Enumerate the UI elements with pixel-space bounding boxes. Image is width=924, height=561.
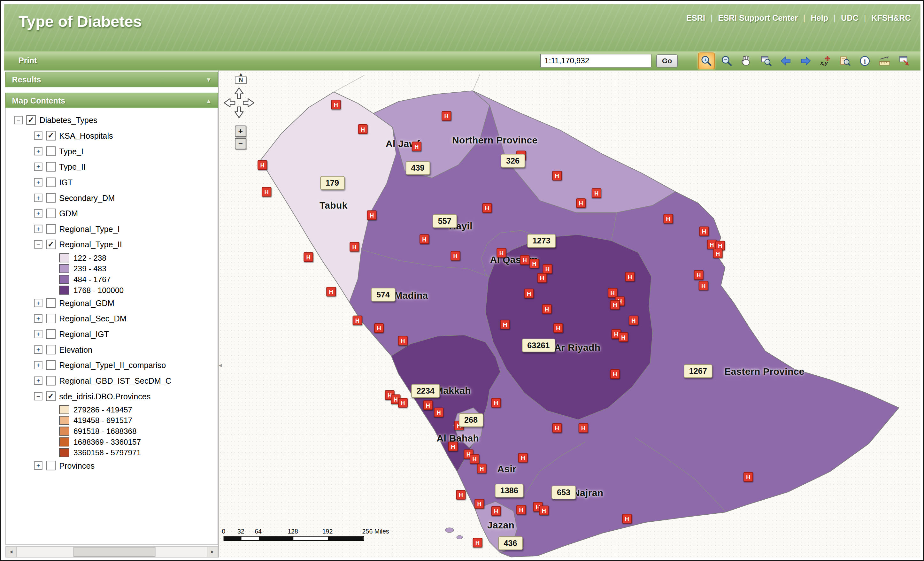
- layer-label: Regional_Type_I: [59, 224, 120, 233]
- scale-input[interactable]: [540, 54, 651, 68]
- expand-box-icon[interactable]: +: [34, 361, 42, 369]
- expand-box-icon[interactable]: +: [34, 225, 42, 233]
- sidebar-collapse-icon[interactable]: ◄: [218, 362, 223, 368]
- back-tool-icon[interactable]: [778, 53, 794, 69]
- expand-box-icon[interactable]: +: [34, 376, 42, 385]
- expand-box-icon[interactable]: +: [34, 194, 42, 202]
- collapse-box-icon[interactable]: −: [14, 116, 22, 124]
- collapse-box-icon[interactable]: −: [34, 392, 42, 400]
- header-link-help[interactable]: Help: [811, 14, 828, 22]
- layer-checkbox[interactable]: [46, 314, 56, 323]
- layer-label: KSA_Hospitals: [59, 131, 113, 140]
- layer-item-regional-sec-dm[interactable]: +Regional_Sec_DM: [6, 311, 218, 327]
- identify-tool-icon[interactable]: i: [857, 53, 873, 69]
- map-contents-panel-header[interactable]: Map Contents ▲: [5, 93, 218, 108]
- layer-checkbox[interactable]: ✓: [46, 131, 56, 141]
- layer-item-provinces[interactable]: +Provinces: [6, 458, 218, 474]
- north-arrow-icon: ▲: [235, 72, 247, 76]
- layer-item-regional-type-i[interactable]: +Regional_Type_I: [6, 221, 218, 237]
- sidebar-hscrollbar[interactable]: ◄ ►: [5, 546, 218, 558]
- layer-item-diabetes-types[interactable]: −✓Diabetes_Types: [6, 112, 218, 128]
- layer-item-igt[interactable]: +IGT: [6, 174, 218, 190]
- layer-checkbox[interactable]: [46, 360, 56, 370]
- print-button[interactable]: Print: [18, 56, 37, 65]
- layer-item-regional-igt[interactable]: +Regional_IGT: [6, 326, 218, 342]
- map-contents-panel-label: Map Contents: [12, 96, 65, 105]
- layer-item-regional-gbd-ist-secdm-c[interactable]: +Regional_GBD_IST_SecDM_C: [6, 373, 218, 388]
- scroll-left-icon[interactable]: ◄: [6, 547, 17, 557]
- legend-item: 691518 - 1688368: [6, 426, 218, 436]
- chevron-up-icon[interactable]: ▲: [206, 97, 212, 104]
- zoom-in-tool-icon[interactable]: +: [698, 52, 715, 69]
- layer-item-elevation[interactable]: +Elevation: [6, 342, 218, 357]
- layer-item-gdm[interactable]: +GDM: [6, 206, 218, 221]
- expand-box-icon[interactable]: +: [34, 299, 42, 307]
- header-link-esri[interactable]: ESRI: [686, 14, 705, 22]
- layer-item-sde-idrisi-dbo-provinces[interactable]: −✓sde_idrisi.DBO.Provinces: [6, 388, 218, 404]
- expand-box-icon[interactable]: +: [34, 209, 42, 218]
- layer-label: Regional_IGT: [59, 330, 109, 339]
- legend-item: 484 - 1767: [6, 274, 218, 285]
- layer-checkbox[interactable]: ✓: [26, 116, 36, 125]
- header-link-udc[interactable]: UDC: [841, 14, 858, 22]
- layer-item-type-ii[interactable]: +Type_II: [6, 159, 218, 175]
- collapse-box-icon[interactable]: −: [34, 240, 42, 249]
- zoom-in-button[interactable]: +: [235, 126, 246, 137]
- expand-box-icon[interactable]: +: [34, 461, 42, 470]
- scale-tick-label: 192: [322, 528, 333, 535]
- overview-map-tool-icon[interactable]: [897, 53, 912, 69]
- xy-coordinates-tool-icon[interactable]: x,y: [818, 53, 833, 69]
- scale-tick-label: 128: [288, 528, 298, 535]
- layer-item-regional-gdm[interactable]: +Regional_GDM: [6, 295, 218, 311]
- layer-checkbox[interactable]: [46, 329, 56, 339]
- expand-box-icon[interactable]: +: [34, 330, 42, 338]
- pan-tool-icon[interactable]: [739, 53, 754, 69]
- layer-item-type-i[interactable]: +Type_I: [6, 144, 218, 159]
- chevron-down-icon[interactable]: ▼: [206, 76, 212, 83]
- expand-box-icon[interactable]: +: [34, 178, 42, 186]
- layer-checkbox[interactable]: ✓: [46, 240, 56, 249]
- layer-item-secondary-dm[interactable]: +Secondary_DM: [6, 190, 218, 206]
- layer-label: IGT: [59, 178, 72, 187]
- find-tool-icon[interactable]: [837, 53, 853, 69]
- sidebar: Results ▼ Map Contents ▲ −✓Diabetes_Type…: [4, 70, 218, 558]
- expand-box-icon[interactable]: +: [34, 345, 42, 354]
- zoom-out-button[interactable]: −: [235, 138, 246, 150]
- layer-checkbox[interactable]: [46, 208, 56, 218]
- magnifier-window-tool-icon[interactable]: [759, 53, 774, 69]
- layer-checkbox[interactable]: [46, 162, 56, 171]
- layer-checkbox[interactable]: [46, 376, 56, 386]
- header-link-esri-support-center[interactable]: ESRI Support Center: [718, 14, 798, 22]
- pan-pad[interactable]: [222, 86, 256, 120]
- layer-checkbox[interactable]: [46, 193, 56, 202]
- layer-checkbox[interactable]: ✓: [46, 392, 56, 401]
- layer-item-ksa-hospitals[interactable]: +✓KSA_Hospitals: [6, 128, 218, 144]
- legend-swatch: [59, 253, 69, 262]
- layer-checkbox[interactable]: [46, 345, 56, 354]
- results-panel-header[interactable]: Results ▼: [5, 72, 218, 87]
- legend-swatch: [59, 275, 69, 284]
- expand-box-icon[interactable]: +: [34, 132, 42, 140]
- measure-tool-icon[interactable]: [877, 53, 892, 69]
- expand-box-icon[interactable]: +: [34, 163, 42, 171]
- expand-box-icon[interactable]: +: [34, 314, 42, 322]
- scroll-right-icon[interactable]: ►: [207, 547, 218, 557]
- layer-checkbox[interactable]: [46, 178, 56, 187]
- map-canvas[interactable]: TabukAl JawfNorthern ProvinceHayilAl Qas…: [218, 70, 921, 558]
- layer-checkbox[interactable]: [46, 460, 56, 470]
- legend-item: 419458 - 691517: [6, 415, 218, 426]
- forward-tool-icon[interactable]: [798, 53, 813, 69]
- zoom-out-tool-icon[interactable]: −: [719, 53, 735, 69]
- scale-group: Go: [540, 54, 678, 68]
- scrollbar-track[interactable]: [16, 547, 207, 557]
- scrollbar-thumb[interactable]: [74, 547, 155, 557]
- expand-box-icon[interactable]: +: [34, 147, 42, 155]
- layer-label: Provinces: [59, 461, 94, 470]
- layer-checkbox[interactable]: [46, 224, 56, 234]
- layer-checkbox[interactable]: [46, 146, 56, 156]
- header-link-kfsh-rc[interactable]: KFSH&RC: [871, 14, 910, 22]
- layer-item-regional-type-ii[interactable]: −✓Regional_Type_II: [6, 237, 218, 252]
- layer-item-regional-typei-ii-compariso[interactable]: +Regional_TypeI_II_compariso: [6, 357, 218, 373]
- go-button[interactable]: Go: [656, 54, 678, 67]
- layer-checkbox[interactable]: [46, 298, 56, 308]
